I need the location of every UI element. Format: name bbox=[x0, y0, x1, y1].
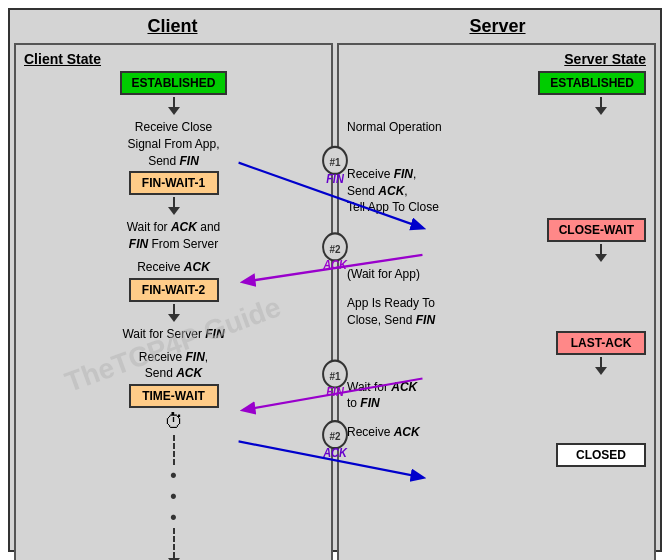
client-header-title: Client bbox=[10, 16, 335, 37]
server-closewait-box: CLOSE-WAIT bbox=[547, 218, 646, 242]
client-desc-4: Wait for Server FIN bbox=[122, 326, 224, 343]
server-closed-box: CLOSED bbox=[556, 443, 646, 467]
server-state-title: Server State bbox=[564, 51, 646, 67]
client-finwait1-box: FIN-WAIT-1 bbox=[129, 171, 219, 195]
dots-2: • bbox=[170, 486, 176, 507]
dots-1: • bbox=[170, 465, 176, 486]
server-desc-3: (Wait for App) bbox=[347, 266, 420, 283]
server-arrow-line-3 bbox=[600, 357, 602, 367]
server-arrow-down-2 bbox=[595, 254, 607, 262]
header-row: Client Server bbox=[10, 10, 660, 39]
arrow-line-2 bbox=[173, 197, 175, 207]
arrow-down-3 bbox=[168, 314, 180, 322]
server-panel: Server State ESTABLISHED Normal Operatio… bbox=[337, 43, 656, 560]
server-desc-6: Receive ACK bbox=[347, 424, 420, 441]
server-desc-4: App Is Ready ToClose, Send FIN bbox=[347, 295, 435, 329]
arrow-line-3 bbox=[173, 304, 175, 314]
client-finwait2-box: FIN-WAIT-2 bbox=[129, 278, 219, 302]
server-desc-2: Receive FIN,Send ACK,Tell App To Close bbox=[347, 166, 439, 216]
client-desc-3: Receive ACK bbox=[137, 259, 210, 276]
server-arrow-down-3 bbox=[595, 367, 607, 375]
client-panel: Client State ESTABLISHED Receive CloseSi… bbox=[14, 43, 333, 560]
arrow-down-1 bbox=[168, 107, 180, 115]
server-established-box: ESTABLISHED bbox=[538, 71, 646, 95]
server-arrow-line-1 bbox=[600, 97, 602, 107]
server-layout: ESTABLISHED Normal Operation Receive FIN… bbox=[339, 71, 654, 467]
client-state-title: Client State bbox=[24, 51, 101, 67]
dots-3: • bbox=[170, 507, 176, 528]
server-desc-5: Wait for ACKto FIN bbox=[347, 379, 417, 413]
clock-icon: ⏱ bbox=[164, 410, 184, 433]
server-arrow-down-1 bbox=[595, 107, 607, 115]
server-header-title: Server bbox=[335, 16, 660, 37]
server-arrow-line-2 bbox=[600, 244, 602, 254]
dashed-2 bbox=[173, 528, 175, 558]
dashed-1 bbox=[173, 435, 175, 465]
main-container: Client Server TheTCP4P Guide Client Stat… bbox=[8, 8, 662, 552]
client-desc-1: Receive CloseSignal From App,Send FIN bbox=[127, 119, 219, 169]
client-desc-2: Wait for ACK andFIN From Server bbox=[127, 219, 221, 253]
arrow-line-1 bbox=[173, 97, 175, 107]
client-desc-5: Receive FIN,Send ACK bbox=[139, 349, 208, 383]
server-desc-1: Normal Operation bbox=[347, 119, 442, 136]
client-layout: ESTABLISHED Receive CloseSignal From App… bbox=[16, 71, 331, 560]
client-timewait-box: TIME-WAIT bbox=[129, 384, 219, 408]
content-area: TheTCP4P Guide Client State ESTABLISHED … bbox=[10, 39, 660, 560]
server-lastack-box: LAST-ACK bbox=[556, 331, 646, 355]
client-established-box: ESTABLISHED bbox=[120, 71, 228, 95]
arrow-down-2 bbox=[168, 207, 180, 215]
